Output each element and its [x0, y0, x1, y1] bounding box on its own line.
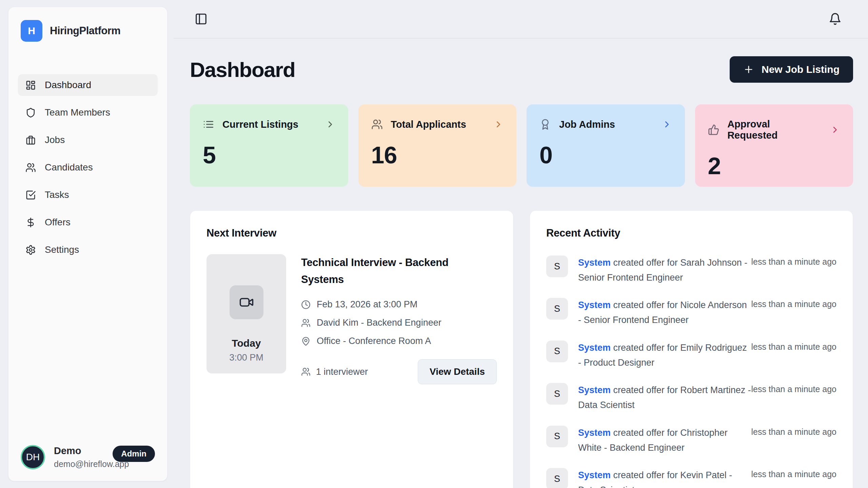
activity-avatar: S — [546, 468, 568, 488]
sidebar-item-label: Settings — [45, 244, 79, 255]
role-badge: Admin — [113, 446, 155, 462]
stat-label: Approval Requested — [727, 119, 822, 141]
users-icon — [25, 162, 36, 173]
activity-actor: System — [578, 428, 611, 438]
activity-actor: System — [578, 258, 611, 268]
activity-actor: System — [578, 385, 611, 395]
map-pin-icon — [301, 337, 311, 346]
task-check-icon — [25, 190, 36, 200]
interview-title: Technical Interview - Backend Systems — [301, 254, 464, 288]
activity-actor: System — [578, 343, 611, 353]
stat-cards: Current Listings 5 Total Applicants — [190, 104, 853, 187]
chevron-right-icon — [662, 119, 672, 129]
briefcase-icon — [25, 135, 36, 145]
chevron-right-icon — [325, 119, 335, 129]
stat-card-approval-requested[interactable]: Approval Requested 2 — [695, 104, 853, 187]
chevron-right-icon — [830, 125, 840, 135]
dollar-icon — [25, 217, 36, 228]
sidebar-toggle-button[interactable] — [193, 11, 210, 27]
activity-item[interactable]: S System created offer for Emily Rodrigu… — [546, 341, 836, 370]
notifications-button[interactable] — [827, 11, 844, 27]
activity-avatar: S — [546, 383, 568, 405]
new-job-listing-button[interactable]: New Job Listing — [730, 56, 853, 83]
stat-label: Job Admins — [559, 119, 615, 130]
new-job-listing-label: New Job Listing — [762, 64, 840, 75]
app-name: HiringPlatform — [50, 25, 120, 37]
gear-icon — [25, 245, 36, 255]
activity-item[interactable]: S System created offer for Christopher W… — [546, 426, 836, 455]
next-interview-panel: Next Interview Today 3:00 PM Technical I… — [190, 210, 513, 488]
users-icon — [371, 119, 383, 130]
user-avatar: DH — [21, 445, 45, 469]
sidebar-nav: Dashboard Team Members Jobs Candidates T… — [18, 74, 158, 261]
activity-avatar: S — [546, 426, 568, 447]
chevron-right-icon — [493, 119, 504, 129]
shield-icon — [25, 107, 36, 118]
stat-card-current-listings[interactable]: Current Listings 5 — [190, 104, 348, 187]
interview-candidate: David Kim - Backend Engineer — [317, 318, 441, 328]
stat-card-total-applicants[interactable]: Total Applicants 16 — [358, 104, 517, 187]
user-email: demo@hireflow.app — [54, 459, 104, 469]
sidebar-item-dashboard[interactable]: Dashboard — [18, 74, 158, 96]
sidebar-item-candidates[interactable]: Candidates — [18, 157, 158, 178]
users-icon — [301, 318, 311, 328]
sidebar-item-tasks[interactable]: Tasks — [18, 184, 158, 206]
activity-timestamp: less than a minute ago — [751, 383, 836, 394]
main-area: Dashboard New Job Listing Current Listin… — [174, 0, 868, 488]
thumbs-up-icon — [708, 124, 719, 136]
activity-avatar: S — [546, 298, 568, 320]
list-icon — [203, 119, 214, 130]
activity-timestamp: less than a minute ago — [751, 298, 836, 309]
activity-timestamp: less than a minute ago — [751, 426, 836, 437]
stat-value: 16 — [371, 142, 504, 169]
bell-icon — [829, 13, 842, 25]
activity-list: S System created offer for Sarah Johnson… — [546, 256, 836, 488]
sidebar-user[interactable]: DH Demo demo@hireflow.app Admin — [18, 445, 158, 469]
stat-value: 2 — [708, 152, 841, 180]
stat-card-job-admins[interactable]: Job Admins 0 — [527, 104, 685, 187]
sidebar-item-label: Offers — [45, 217, 71, 228]
activity-avatar: S — [546, 256, 568, 277]
app-brand: H HiringPlatform — [18, 20, 158, 42]
video-icon — [230, 285, 263, 319]
panel-left-icon — [195, 13, 208, 25]
activity-item[interactable]: S System created offer for Robert Martin… — [546, 383, 836, 412]
app-logo: H — [21, 20, 42, 42]
user-name: Demo — [54, 445, 104, 456]
interview-location: Office - Conference Room A — [317, 336, 431, 346]
sidebar-item-label: Dashboard — [45, 80, 91, 90]
sidebar-item-offers[interactable]: Offers — [18, 211, 158, 233]
interview-day-label: Today — [232, 338, 261, 349]
plus-icon — [743, 64, 754, 75]
interview-date-tile: Today 3:00 PM — [206, 254, 286, 373]
activity-actor: System — [578, 470, 611, 480]
sidebar-item-settings[interactable]: Settings — [18, 239, 158, 261]
topbar — [174, 0, 868, 39]
stat-label: Current Listings — [222, 119, 298, 130]
activity-timestamp: less than a minute ago — [751, 256, 836, 267]
activity-actor: System — [578, 300, 611, 310]
page-title: Dashboard — [190, 58, 295, 82]
clock-icon — [301, 300, 311, 309]
sidebar-item-team-members[interactable]: Team Members — [18, 102, 158, 123]
recent-activity-title: Recent Activity — [546, 227, 836, 239]
sidebar-item-label: Jobs — [45, 135, 65, 145]
activity-item[interactable]: S System created offer for Nicole Anders… — [546, 298, 836, 327]
sidebar-item-jobs[interactable]: Jobs — [18, 129, 158, 151]
sidebar-item-label: Tasks — [45, 189, 69, 200]
recent-activity-panel: Recent Activity S System created offer f… — [530, 210, 853, 488]
interview-datetime: Feb 13, 2026 at 3:00 PM — [317, 299, 417, 310]
dashboard-content: Dashboard New Job Listing Current Listin… — [174, 39, 868, 488]
dashboard-grid-icon — [25, 80, 36, 90]
interview-time-label: 3:00 PM — [229, 352, 263, 363]
stat-label: Total Applicants — [391, 119, 466, 130]
sidebar-item-label: Candidates — [45, 162, 93, 173]
activity-avatar: S — [546, 341, 568, 362]
stat-value: 5 — [203, 142, 335, 169]
activity-timestamp: less than a minute ago — [751, 341, 836, 352]
next-interview-title: Next Interview — [206, 227, 497, 239]
stat-value: 0 — [539, 142, 672, 169]
activity-item[interactable]: S System created offer for Kevin Patel -… — [546, 468, 836, 488]
activity-item[interactable]: S System created offer for Sarah Johnson… — [546, 256, 836, 285]
view-details-button[interactable]: View Details — [418, 359, 497, 384]
